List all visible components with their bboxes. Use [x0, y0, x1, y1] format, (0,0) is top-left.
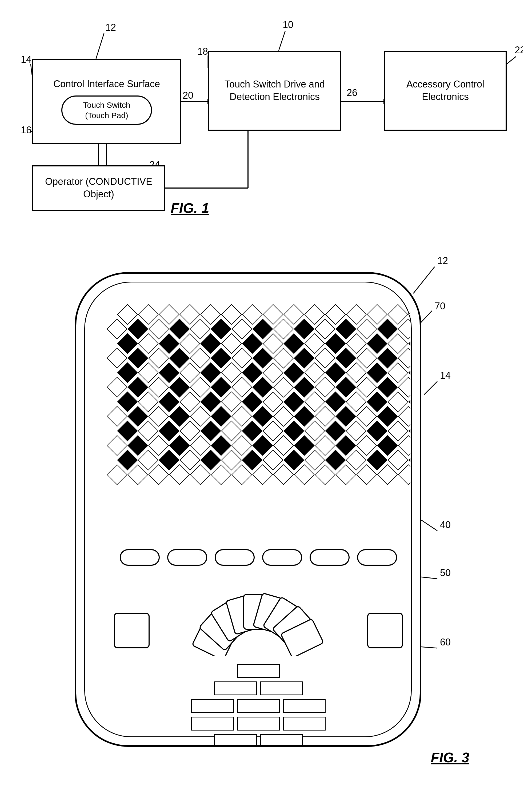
fig1-title: FIG. 1: [171, 200, 209, 216]
keypad-area: [160, 664, 357, 747]
svg-text:12: 12: [105, 22, 116, 33]
svg-text:22: 22: [515, 44, 522, 55]
svg-text:60: 60: [440, 637, 451, 647]
svg-text:70: 70: [435, 301, 445, 311]
fig1-diagram: 10 12 14 16 18 20 22 26: [16, 16, 522, 224]
device-inner: [84, 282, 412, 737]
svg-text:40: 40: [440, 519, 451, 530]
fig3-diagram: 12 70 14 40 50 60: [43, 240, 496, 768]
oval-buttons-row: [107, 549, 411, 566]
fan-buttons-area: [107, 581, 411, 656]
svg-text:14: 14: [21, 54, 32, 65]
device-outer: [75, 272, 421, 747]
keypad-row-4: [160, 717, 357, 731]
svg-line-3: [96, 33, 104, 59]
key-r4c2[interactable]: [237, 717, 280, 731]
key-r3c2[interactable]: [237, 699, 280, 713]
svg-text:14: 14: [440, 370, 451, 381]
block-ace: Accessory Control Electronics: [384, 51, 507, 131]
block-touch-switch: Touch Switch(Touch Pad): [61, 95, 152, 125]
block-tsde: Touch Switch Drive and Detection Electro…: [208, 51, 341, 131]
svg-line-36: [421, 520, 437, 531]
svg-text:26: 26: [347, 87, 357, 98]
key-r5c1[interactable]: [214, 734, 257, 747]
block-cis: Control Interface Surface Touch Switch(T…: [32, 59, 181, 144]
svg-text:10: 10: [283, 19, 293, 30]
svg-line-14: [507, 57, 516, 64]
svg-line-34: [424, 381, 437, 395]
key-r2c2[interactable]: [260, 681, 303, 695]
svg-text:20: 20: [183, 90, 193, 101]
svg-text:16: 16: [21, 125, 32, 135]
key-r4c1[interactable]: [191, 717, 234, 731]
ace-label: Accessory Control Electronics: [385, 78, 506, 103]
block-operator: Operator (CONDUCTIVE Object): [32, 165, 165, 211]
oval-btn-1[interactable]: [120, 549, 160, 566]
oval-btn-6[interactable]: [357, 549, 397, 566]
svg-line-1: [279, 31, 285, 51]
key-r2c1[interactable]: [214, 681, 257, 695]
oval-btn-2[interactable]: [167, 549, 207, 566]
key-r5c2[interactable]: [260, 734, 303, 747]
keypad-row-5: [160, 734, 357, 747]
key-r3c3[interactable]: [283, 699, 326, 713]
operator-label: Operator (CONDUCTIVE Object): [33, 175, 164, 201]
key-r1c1[interactable]: [237, 664, 280, 678]
svg-text:18: 18: [197, 46, 208, 57]
tsde-label: Touch Switch Drive and Detection Electro…: [209, 78, 340, 103]
key-r4c3[interactable]: [283, 717, 326, 731]
keypad-row-3: [160, 699, 357, 713]
page: 10 12 14 16 18 20 22 26: [0, 0, 532, 794]
svg-rect-41: [114, 613, 149, 648]
svg-text:12: 12: [437, 255, 448, 266]
oval-btn-5[interactable]: [310, 549, 349, 566]
keypad-row-2: [160, 681, 357, 695]
diamond-grid: [107, 304, 411, 538]
key-r3c1[interactable]: [191, 699, 234, 713]
touch-switch-label: Touch Switch(Touch Pad): [83, 100, 130, 120]
cis-label: Control Interface Surface: [53, 78, 160, 90]
keypad-row-1: [160, 664, 357, 678]
svg-line-30: [413, 267, 435, 294]
fig3-title: FIG. 3: [431, 750, 469, 765]
svg-text:50: 50: [440, 567, 451, 578]
oval-btn-4[interactable]: [262, 549, 302, 566]
svg-rect-51: [368, 613, 402, 648]
oval-btn-3[interactable]: [215, 549, 255, 566]
